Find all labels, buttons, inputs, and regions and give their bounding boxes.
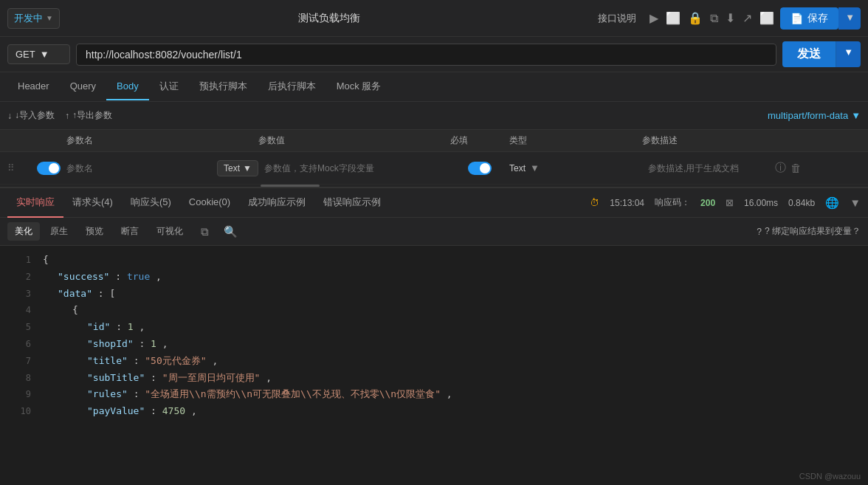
response-tab-success-example[interactable]: 成功响应示例 xyxy=(239,188,314,218)
content-type-selector[interactable]: multipart/form-data ▼ xyxy=(768,110,861,121)
response-tab-realtime[interactable]: 实时响应 xyxy=(7,188,63,218)
save-icon: 📄 xyxy=(790,13,803,24)
question-icon: ? xyxy=(757,227,762,237)
json-line-8: 8 "subTitle" : "周一至周日均可使用" , xyxy=(0,370,868,387)
drag-handle[interactable]: ⠿ xyxy=(7,162,37,173)
line-num-1: 1 xyxy=(7,253,31,267)
globe-icon[interactable]: 🌐 xyxy=(825,196,839,210)
param-type-chevron-icon: ▼ xyxy=(243,163,252,173)
play-icon[interactable]: ▶ xyxy=(650,11,658,25)
tab-query[interactable]: Query xyxy=(60,73,106,100)
import-icon: ↓ xyxy=(7,111,12,121)
params-section: ↓ ↓导入参数 ↑ ↑导出参数 multipart/form-data ▼ 参数… xyxy=(0,102,868,188)
line-num-3: 3 xyxy=(7,287,31,301)
view-beautify-button[interactable]: 美化 xyxy=(7,222,40,241)
env-label: 开发中 xyxy=(14,12,43,25)
type-chevron-icon: ▼ xyxy=(530,162,540,173)
content-type-arrow-icon: ▼ xyxy=(851,110,861,121)
interface-desc-label: 接口说明 xyxy=(598,12,636,25)
json-line-9: 9 "rules" : "全场通用\\n需预约\\n可无限叠加\\不兑现、不找零… xyxy=(0,386,868,403)
send-button[interactable]: 发送 xyxy=(782,41,836,67)
search-response-icon[interactable]: 🔍 xyxy=(219,223,242,241)
main-content: Header Query Body 认证 预执行脚本 后执行脚本 Mock 服务… xyxy=(0,72,868,455)
line-num-4: 4 xyxy=(7,303,31,317)
export-params-button[interactable]: ↑ ↑导出参数 xyxy=(65,109,112,122)
content-type-label: multipart/form-data xyxy=(768,110,848,121)
required-cell xyxy=(450,162,509,175)
table-row: ⠿ Text ▼ Text ▼ ⓘ xyxy=(0,152,868,185)
scroll-indicator xyxy=(0,185,868,188)
method-selector[interactable]: GET ▼ xyxy=(7,44,70,64)
response-tab-request-headers[interactable]: 请求头(4) xyxy=(63,188,122,218)
line-num-6: 6 xyxy=(7,337,31,351)
send-btn-group: 发送 ▼ xyxy=(782,41,861,67)
param-name-input[interactable] xyxy=(66,163,213,173)
col-required-header: 必填 xyxy=(450,134,509,147)
view-visual-button[interactable]: 可视化 xyxy=(149,222,190,241)
tab-post-script[interactable]: 后执行脚本 xyxy=(258,72,326,102)
param-type-selector[interactable]: Text ▼ xyxy=(217,160,258,176)
json-viewer: 1 { 2 "success" : true , 3 "data" : [ xyxy=(0,246,868,455)
param-toggle[interactable] xyxy=(37,162,61,175)
share-icon[interactable]: ↗ xyxy=(743,11,752,25)
display-icon[interactable]: ⬜ xyxy=(666,11,681,25)
row-actions: ⓘ 🗑 xyxy=(775,161,819,175)
row-info-icon[interactable]: ⓘ xyxy=(775,161,786,175)
response-tab-error-example[interactable]: 错误响应示例 xyxy=(314,188,390,218)
duration: 16.00ms xyxy=(744,198,778,208)
bottom-area: 实时响应 请求头(4) 响应头(5) Cookie(0) 成功响应示例 错误响应… xyxy=(0,188,868,455)
copy-icon[interactable]: ⧉ xyxy=(710,12,718,25)
required-toggle[interactable] xyxy=(468,162,492,175)
bind-response-button[interactable]: ? ? 绑定响应结果到变量？ xyxy=(757,225,861,238)
import-params-button[interactable]: ↓ ↓导入参数 xyxy=(7,109,55,122)
url-input[interactable] xyxy=(76,44,776,66)
timer-icon: ⊠ xyxy=(726,197,734,208)
env-chevron-icon: ▼ xyxy=(46,14,53,22)
line-num-7: 7 xyxy=(7,354,31,368)
tab-pre-script[interactable]: 预执行脚本 xyxy=(189,72,258,102)
send-split-button[interactable]: ▼ xyxy=(836,41,861,67)
tab-auth[interactable]: 认证 xyxy=(149,72,189,102)
param-value-input[interactable] xyxy=(258,163,450,173)
view-raw-button[interactable]: 原生 xyxy=(43,222,75,241)
param-desc-input[interactable] xyxy=(642,163,775,173)
description-cell xyxy=(642,162,775,173)
tabs-row: Header Query Body 认证 预执行脚本 后执行脚本 Mock 服务 xyxy=(0,72,868,102)
response-meta: ⏱ 15:13:04 响应码： 200 ⊠ 16.00ms 0.84kb 🌐 ▼ xyxy=(590,196,861,210)
col-description-header: 参数描述 xyxy=(642,134,775,147)
tab-mock[interactable]: Mock 服务 xyxy=(326,72,392,102)
view-preview-button[interactable]: 预览 xyxy=(78,222,111,241)
json-line-4: 4 { xyxy=(0,302,868,319)
row-delete-icon[interactable]: 🗑 xyxy=(790,162,802,174)
env-selector[interactable]: 开发中 ▼ xyxy=(7,8,60,29)
copy-response-icon[interactable]: ⧉ xyxy=(196,223,213,241)
view-assert-button[interactable]: 断言 xyxy=(114,222,146,241)
top-toolbar: 开发中 ▼ 测试负载均衡 接口说明 ▶ ⬜ 🔒 ⧉ ⬇ ↗ ⬜ 📄 保存 ▼ xyxy=(0,0,868,37)
tab-body[interactable]: Body xyxy=(106,73,149,100)
api-name: 测试负载均衡 xyxy=(66,12,592,25)
response-time: 15:13:04 xyxy=(610,198,644,208)
save-split-button[interactable]: ▼ xyxy=(838,7,861,30)
response-tab-response-headers[interactable]: 响应头(5) xyxy=(122,188,180,218)
scroll-down-icon[interactable]: ▼ xyxy=(850,196,861,209)
lock-icon[interactable]: 🔒 xyxy=(688,11,703,25)
status-code: 200 xyxy=(700,198,715,208)
line-num-5: 5 xyxy=(7,320,31,334)
export-icon: ↑ xyxy=(65,111,69,121)
scroll-thumb xyxy=(261,185,320,187)
size: 0.84kb xyxy=(788,198,815,208)
param-value-cell xyxy=(258,162,450,173)
save-button[interactable]: 📄 保存 xyxy=(780,7,838,30)
method-label: GET xyxy=(16,49,35,60)
settings-icon[interactable]: ⬜ xyxy=(760,11,774,25)
response-tab-cookie[interactable]: Cookie(0) xyxy=(180,189,239,216)
save-btn-group: 📄 保存 ▼ xyxy=(780,7,861,30)
line-num-9: 9 xyxy=(7,388,31,402)
send-arrow-icon: ▼ xyxy=(844,47,853,58)
clock-icon: ⏱ xyxy=(590,197,599,208)
tab-header[interactable]: Header xyxy=(7,73,60,100)
col-param-value-header: 参数值 xyxy=(258,134,450,147)
download-icon[interactable]: ⬇ xyxy=(726,11,735,25)
params-toolbar: ↓ ↓导入参数 ↑ ↑导出参数 multipart/form-data ▼ xyxy=(0,102,868,130)
json-line-2: 2 "success" : true , xyxy=(0,269,868,286)
